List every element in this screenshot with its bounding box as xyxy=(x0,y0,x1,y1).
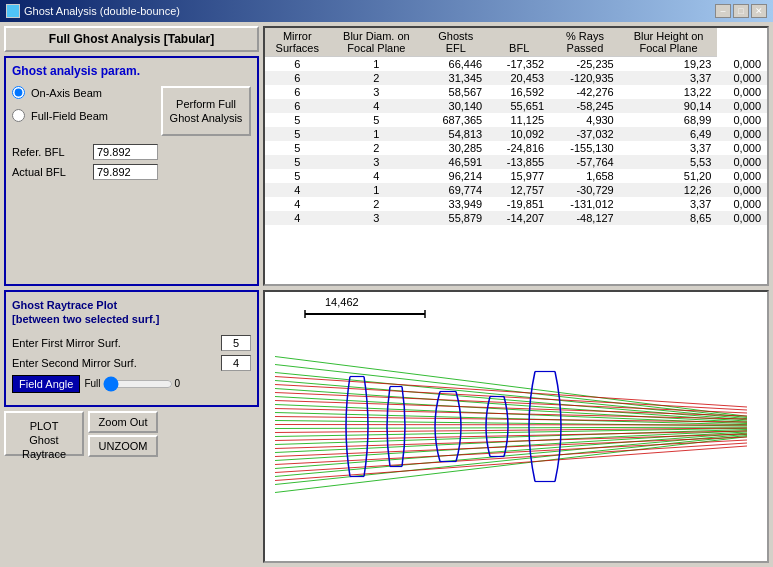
maximize-button[interactable]: □ xyxy=(733,4,749,18)
minimize-button[interactable]: – xyxy=(715,4,731,18)
table-cell: 4 xyxy=(330,169,424,183)
table-cell: 3,37 xyxy=(620,141,718,155)
table-cell: -37,032 xyxy=(550,127,620,141)
table-cell: 5 xyxy=(265,155,330,169)
table-cell: 55,879 xyxy=(423,211,488,225)
table-row: 6358,56716,592-42,27613,220,000 xyxy=(265,85,767,99)
table-row: 5346,591-13,855-57,7645,530,000 xyxy=(265,155,767,169)
table-cell: 3 xyxy=(330,211,424,225)
table-cell: 0,000 xyxy=(717,197,767,211)
table-cell: 96,214 xyxy=(423,169,488,183)
table-cell: 6,49 xyxy=(620,127,718,141)
ghost-params-title: Ghost analysis param. xyxy=(12,64,251,78)
table-cell: 3 xyxy=(330,85,424,99)
table-row: 6166,446-17,352-25,23519,230,000 xyxy=(265,57,767,72)
right-table-panel: MirrorSurfaces Blur Diam. onFocal Plane … xyxy=(263,26,769,286)
full-field-label: Full-Field Beam xyxy=(31,110,108,122)
first-surf-input[interactable] xyxy=(221,335,251,351)
table-cell: 5 xyxy=(265,169,330,183)
col-mirror-surfaces: MirrorSurfaces xyxy=(265,28,330,57)
table-cell: -120,935 xyxy=(550,71,620,85)
title-bar-buttons: – □ ✕ xyxy=(715,4,767,18)
second-surf-input[interactable] xyxy=(221,355,251,371)
table-cell: 3 xyxy=(330,155,424,169)
table-cell: 1 xyxy=(330,57,424,72)
table-cell: 16,592 xyxy=(488,85,550,99)
second-surf-label: Enter Second Mirror Surf. xyxy=(12,357,137,369)
top-section: Full Ghost Analysis [Tabular] Ghost anal… xyxy=(4,26,769,286)
table-cell: 0,000 xyxy=(717,113,767,127)
table-cell: 33,949 xyxy=(423,197,488,211)
slider-full-label: Full xyxy=(84,378,100,389)
field-angle-slider[interactable] xyxy=(103,376,173,392)
zoom-out-button[interactable]: Zoom Out xyxy=(88,411,158,433)
svg-line-33 xyxy=(275,443,747,473)
table-cell: 6 xyxy=(265,57,330,72)
left-panel: Full Ghost Analysis [Tabular] Ghost anal… xyxy=(4,26,259,286)
title-bar-left: Ghost Analysis (double-bounce) xyxy=(6,4,180,18)
on-axis-row: On-Axis Beam xyxy=(12,86,108,99)
plot-ghost-raytrace-button[interactable]: PLOT Ghost Raytrace xyxy=(4,411,84,456)
table-cell: 0,000 xyxy=(717,127,767,141)
table-cell: -25,235 xyxy=(550,57,620,72)
table-cell: -131,012 xyxy=(550,197,620,211)
table-row: 5496,21415,9771,65851,200,000 xyxy=(265,169,767,183)
slider-value: 0 xyxy=(175,378,181,389)
app-icon xyxy=(6,4,20,18)
table-cell: -58,245 xyxy=(550,99,620,113)
table-cell: 66,446 xyxy=(423,57,488,72)
table-cell: 5 xyxy=(265,113,330,127)
table-cell: -30,729 xyxy=(550,183,620,197)
table-cell: 2 xyxy=(330,141,424,155)
bottom-section: Ghost Raytrace Plot [between two selecte… xyxy=(4,290,769,563)
table-cell: 1 xyxy=(330,127,424,141)
main-content: Full Ghost Analysis [Tabular] Ghost anal… xyxy=(0,22,773,567)
refer-bfl-row: Refer. BFL 79.892 xyxy=(12,144,251,160)
table-cell: 30,140 xyxy=(423,99,488,113)
table-cell: 5 xyxy=(330,113,424,127)
full-field-radio[interactable] xyxy=(12,109,25,122)
raytrace-plot-area: 14,462 xyxy=(263,290,769,563)
col-blur-height: Blur Height onFocal Plane xyxy=(620,28,718,57)
refer-bfl-value: 79.892 xyxy=(93,144,158,160)
unzoom-button[interactable]: UNZOOM xyxy=(88,435,158,457)
full-ghost-analysis-button[interactable]: Full Ghost Analysis [Tabular] xyxy=(4,26,259,52)
table-cell: 55,651 xyxy=(488,99,550,113)
table-cell: -19,851 xyxy=(488,197,550,211)
table-cell: -14,207 xyxy=(488,211,550,225)
table-cell: 0,000 xyxy=(717,155,767,169)
col-ghosts-bfl: BFL xyxy=(488,28,550,57)
svg-line-22 xyxy=(275,385,747,411)
table-row: 5154,81310,092-37,0326,490,000 xyxy=(265,127,767,141)
table-cell: 31,345 xyxy=(423,71,488,85)
table-cell: 0,000 xyxy=(717,71,767,85)
table-cell: 5 xyxy=(265,141,330,155)
ghost-raytrace-box: Ghost Raytrace Plot [between two selecte… xyxy=(4,290,259,407)
second-surf-row: Enter Second Mirror Surf. xyxy=(12,355,251,371)
table-row: 4169,77412,757-30,72912,260,000 xyxy=(265,183,767,197)
perform-ghost-button[interactable]: Perform Full Ghost Analysis xyxy=(161,86,251,136)
table-cell: -48,127 xyxy=(550,211,620,225)
table-row: 6231,34520,453-120,9353,370,000 xyxy=(265,71,767,85)
bfl-section: Refer. BFL 79.892 Actual BFL xyxy=(12,144,251,180)
table-cell: 4 xyxy=(265,197,330,211)
table-row: 5230,285-24,816-155,1303,370,000 xyxy=(265,141,767,155)
svg-line-20 xyxy=(275,437,747,493)
field-angle-button[interactable]: Field Angle xyxy=(12,375,80,393)
table-cell: 20,453 xyxy=(488,71,550,85)
table-row: 6430,14055,651-58,24590,140,000 xyxy=(265,99,767,113)
table-cell: 13,22 xyxy=(620,85,718,99)
table-cell: 3,37 xyxy=(620,197,718,211)
field-angle-section: Field Angle Full 0 xyxy=(12,375,251,393)
actual-bfl-input[interactable] xyxy=(93,164,158,180)
table-cell: 4 xyxy=(265,183,330,197)
table-cell: 0,000 xyxy=(717,57,767,72)
table-cell: -155,130 xyxy=(550,141,620,155)
close-button[interactable]: ✕ xyxy=(751,4,767,18)
table-scroll[interactable]: MirrorSurfaces Blur Diam. onFocal Plane … xyxy=(265,28,767,284)
on-axis-radio[interactable] xyxy=(12,86,25,99)
plot-distance-label: 14,462 xyxy=(325,296,359,308)
ghost-raytrace-title: Ghost Raytrace Plot [between two selecte… xyxy=(12,298,251,327)
table-cell: 69,774 xyxy=(423,183,488,197)
table-cell: -57,764 xyxy=(550,155,620,169)
